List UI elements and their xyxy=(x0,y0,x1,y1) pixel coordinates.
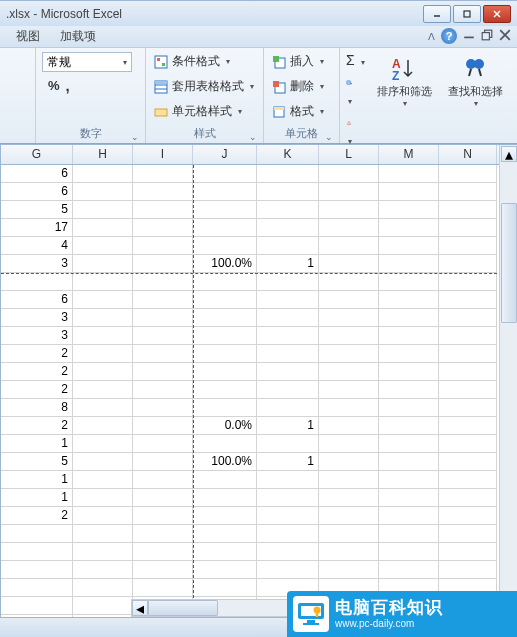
cell[interactable] xyxy=(439,399,497,417)
cell[interactable]: 0.0% xyxy=(193,417,257,435)
cell[interactable]: 3 xyxy=(1,309,73,327)
vscroll-track[interactable] xyxy=(501,163,517,599)
cell[interactable] xyxy=(133,561,193,579)
cell[interactable] xyxy=(439,381,497,399)
cell[interactable]: 4 xyxy=(1,237,73,255)
cell[interactable] xyxy=(73,579,133,597)
cell[interactable] xyxy=(133,309,193,327)
cell[interactable] xyxy=(73,525,133,543)
cell[interactable]: 100.0% xyxy=(193,453,257,471)
cell[interactable] xyxy=(257,237,319,255)
cell[interactable]: 3 xyxy=(1,327,73,345)
cell[interactable] xyxy=(439,507,497,525)
cell[interactable] xyxy=(319,363,379,381)
cell[interactable]: 1 xyxy=(257,453,319,471)
cell[interactable] xyxy=(319,471,379,489)
cell[interactable] xyxy=(73,489,133,507)
cell[interactable] xyxy=(133,237,193,255)
cell[interactable] xyxy=(439,345,497,363)
cell[interactable] xyxy=(193,291,257,309)
cell[interactable]: 3 xyxy=(1,255,73,273)
cell[interactable] xyxy=(439,201,497,219)
cell[interactable] xyxy=(379,507,439,525)
table-row[interactable]: 6 xyxy=(1,291,517,309)
vertical-scrollbar[interactable]: ▴ ▾ xyxy=(499,145,517,617)
cell[interactable] xyxy=(193,219,257,237)
maximize-button[interactable] xyxy=(453,5,481,23)
cell[interactable]: 1 xyxy=(1,489,73,507)
minimize-button[interactable] xyxy=(423,5,451,23)
cell[interactable] xyxy=(257,435,319,453)
cell[interactable] xyxy=(257,291,319,309)
help-icon[interactable]: ? xyxy=(441,28,457,44)
cell[interactable] xyxy=(379,183,439,201)
cell[interactable] xyxy=(379,561,439,579)
cell[interactable] xyxy=(439,471,497,489)
cell[interactable] xyxy=(257,165,319,183)
cell[interactable] xyxy=(73,561,133,579)
cell-grid[interactable]: 6651743100.0%1633222820.0%115100.0%1112 xyxy=(1,165,517,617)
cell[interactable] xyxy=(319,417,379,435)
table-row[interactable]: 2 xyxy=(1,507,517,525)
cell[interactable] xyxy=(193,309,257,327)
cell[interactable] xyxy=(133,273,193,291)
find-select-button[interactable]: 查找和选择 ▾ xyxy=(444,52,507,110)
cell[interactable] xyxy=(73,201,133,219)
cell[interactable] xyxy=(379,327,439,345)
cell[interactable] xyxy=(133,255,193,273)
cell[interactable]: 2 xyxy=(1,363,73,381)
cell[interactable] xyxy=(133,363,193,381)
cell[interactable] xyxy=(73,345,133,363)
cell[interactable] xyxy=(193,561,257,579)
cell[interactable] xyxy=(257,201,319,219)
cell[interactable] xyxy=(193,201,257,219)
cell[interactable] xyxy=(133,381,193,399)
cell[interactable]: 2 xyxy=(1,345,73,363)
cell[interactable] xyxy=(319,201,379,219)
cell[interactable] xyxy=(439,435,497,453)
cell[interactable]: 1 xyxy=(1,435,73,453)
cell[interactable] xyxy=(439,291,497,309)
scroll-up-icon[interactable]: ▴ xyxy=(501,146,517,162)
cell-styles-button[interactable]: 单元格样式▾ xyxy=(152,102,244,121)
cell[interactable] xyxy=(193,273,257,291)
cell[interactable] xyxy=(257,471,319,489)
percent-icon[interactable]: % xyxy=(48,78,60,93)
cell[interactable] xyxy=(193,237,257,255)
format-cells-button[interactable]: 格式▾ xyxy=(270,102,326,121)
cell[interactable] xyxy=(319,273,379,291)
cell[interactable]: 6 xyxy=(1,183,73,201)
cell[interactable] xyxy=(193,507,257,525)
cell[interactable] xyxy=(73,543,133,561)
column-header[interactable]: G xyxy=(1,145,73,164)
cell[interactable] xyxy=(257,219,319,237)
cell[interactable] xyxy=(73,219,133,237)
table-row[interactable]: 1 xyxy=(1,489,517,507)
cell[interactable]: 8 xyxy=(1,399,73,417)
cell[interactable] xyxy=(73,291,133,309)
cell[interactable]: 2 xyxy=(1,381,73,399)
cell[interactable] xyxy=(1,597,73,615)
menu-view[interactable]: 视图 xyxy=(6,26,50,47)
cell[interactable] xyxy=(73,453,133,471)
cell[interactable] xyxy=(193,543,257,561)
cell[interactable]: 5 xyxy=(1,201,73,219)
cell[interactable]: 1 xyxy=(1,471,73,489)
table-row[interactable]: 1 xyxy=(1,435,517,453)
cell[interactable] xyxy=(73,309,133,327)
cell[interactable] xyxy=(319,291,379,309)
cell[interactable] xyxy=(1,273,73,291)
cell[interactable] xyxy=(379,345,439,363)
cell[interactable] xyxy=(73,471,133,489)
cell[interactable] xyxy=(379,525,439,543)
conditional-formatting-button[interactable]: 条件格式▾ xyxy=(152,52,232,71)
cell[interactable] xyxy=(319,543,379,561)
column-header[interactable]: I xyxy=(133,145,193,164)
cell[interactable] xyxy=(379,489,439,507)
cell[interactable]: 2 xyxy=(1,417,73,435)
cell[interactable] xyxy=(193,327,257,345)
cell[interactable] xyxy=(319,381,379,399)
table-row[interactable]: 6 xyxy=(1,183,517,201)
cell[interactable] xyxy=(257,183,319,201)
cell[interactable] xyxy=(319,561,379,579)
